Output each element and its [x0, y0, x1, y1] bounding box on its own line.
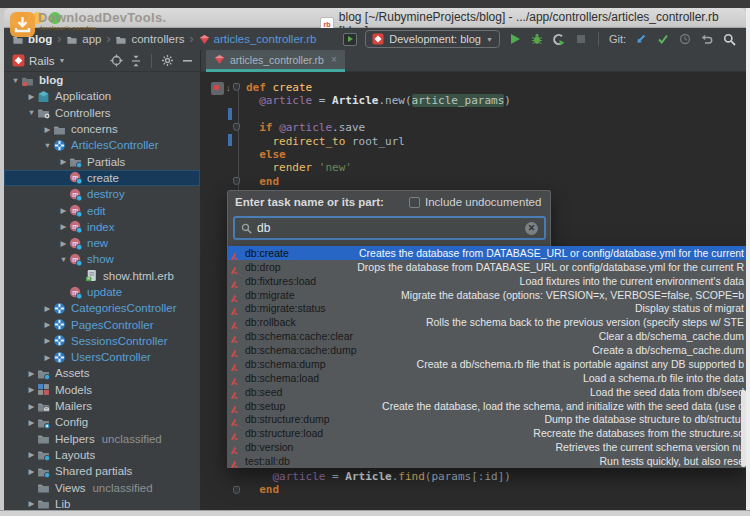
tree-item-partials[interactable]: ▶Partials: [4, 153, 200, 169]
task-row-db-rollback[interactable]: db:rollbackRolls the schema back to the …: [227, 315, 746, 329]
breadcrumb-item-app[interactable]: app: [66, 33, 101, 45]
project-view-selector[interactable]: Rails ▼: [12, 54, 66, 67]
task-row-db-version[interactable]: db:versionRetrieves the current schema v…: [227, 440, 746, 454]
include-undocumented-checkbox[interactable]: [409, 197, 420, 208]
tree-item-update[interactable]: mupdate: [4, 284, 200, 300]
hide-panel-icon[interactable]: [180, 54, 194, 68]
tree-expand-closed-icon[interactable]: ▶: [42, 353, 53, 362]
task-row-db-schema-cache-dump[interactable]: db:schema:cache:dumpCreate a db/schema_c…: [227, 343, 746, 357]
task-row-db-schema-cache-clear[interactable]: db:schema:cache:clearClear a db/schema_c…: [227, 329, 746, 343]
task-row-db-migrate[interactable]: db:migrateMigrate the database (options:…: [227, 288, 746, 302]
tree-expand-closed-icon[interactable]: ▶: [26, 418, 37, 427]
tree-expand-closed-icon[interactable]: ▶: [26, 450, 37, 459]
tree-item-userscontroller[interactable]: ▶UsersController: [4, 349, 200, 365]
tree-expand-open-icon[interactable]: ▼: [10, 76, 21, 85]
tree-item-label: Views: [55, 482, 85, 494]
tree-expand-open-icon[interactable]: ▼: [42, 141, 53, 150]
run-configuration-select[interactable]: Development: blog ▼: [365, 30, 500, 48]
fold-marker[interactable]: [233, 123, 240, 131]
tree-expand-closed-icon[interactable]: ▶: [42, 336, 53, 345]
gutter-run-icon[interactable]: [211, 82, 224, 95]
tree-item-views[interactable]: Viewsunclassified: [4, 479, 200, 495]
tree-expand-closed-icon[interactable]: ▶: [26, 467, 37, 476]
collapse-all-icon[interactable]: [129, 54, 143, 68]
tree-item-shared-partials[interactable]: ▶Shared partials: [4, 463, 200, 479]
tree-expand-closed-icon[interactable]: ▶: [26, 92, 37, 101]
history-clock-icon[interactable]: [678, 32, 692, 46]
task-row-db-setup[interactable]: db:setupCreate the database, load the sc…: [227, 399, 746, 413]
tree-item-label: Config: [55, 416, 88, 428]
tree-expand-closed-icon[interactable]: ▶: [26, 499, 37, 508]
tree-item-controllers[interactable]: ▼Controllers: [4, 105, 200, 121]
fold-marker[interactable]: [233, 486, 240, 494]
tree-item-helpers[interactable]: Helpersunclassified: [4, 431, 200, 447]
task-row-db-create[interactable]: db:createCreates the database from DATAB…: [227, 246, 746, 260]
task-search-input[interactable]: [257, 221, 525, 235]
tree-item-sessionscontroller[interactable]: ▶SessionsController: [4, 333, 200, 349]
task-row-db-seed[interactable]: db:seedLoad the seed data from db/seed: [227, 385, 746, 399]
rollback-icon[interactable]: [700, 32, 714, 46]
close-tab-icon[interactable]: ×: [331, 54, 337, 65]
code-token: find: [398, 470, 425, 483]
run-button[interactable]: [508, 32, 522, 46]
tree-expand-closed-icon[interactable]: ▶: [58, 222, 69, 231]
tree-item-blog[interactable]: ▼blog: [4, 72, 200, 88]
run-with-coverage-button[interactable]: [552, 32, 566, 46]
tree-item-new[interactable]: ▶mnew: [4, 235, 200, 251]
tree-item-articlescontroller[interactable]: ▼ArticlesController: [4, 137, 200, 153]
tree-expand-closed-icon[interactable]: ▶: [26, 385, 37, 394]
tree-expand-closed-icon[interactable]: ▶: [26, 369, 37, 378]
task-row-db-drop[interactable]: db:dropDrops the database from DATABASE_…: [227, 260, 746, 274]
tree-expand-closed-icon[interactable]: ▶: [42, 304, 53, 313]
tree-item-destroy[interactable]: mdestroy: [4, 186, 200, 202]
fold-marker[interactable]: [233, 177, 240, 185]
tree-item-create[interactable]: mcreate: [4, 170, 200, 186]
tree-item-config[interactable]: ▶Config: [4, 414, 200, 430]
tree-item-pagescontroller[interactable]: ▶PagesController: [4, 316, 200, 332]
tree-expand-closed-icon[interactable]: ▶: [42, 125, 53, 134]
tab-articles-controller[interactable]: articles_controller.rb ×: [206, 50, 345, 72]
tree-expand-closed-icon[interactable]: ▶: [58, 239, 69, 248]
breadcrumb-item-controllers[interactable]: controllers: [115, 33, 184, 45]
task-row-db-schema-dump[interactable]: db:schema:dumpCreate a db/schema.rb file…: [227, 357, 746, 371]
clear-search-icon[interactable]: ✕: [525, 222, 538, 235]
search-everywhere-icon[interactable]: [722, 32, 736, 46]
git-commit-icon[interactable]: [656, 32, 670, 46]
tree-item-assets[interactable]: ▶Assets: [4, 365, 200, 381]
tree-expand-closed-icon[interactable]: ▶: [26, 402, 37, 411]
breadcrumb-item-articles-controller-rb[interactable]: articles_controller.rb: [199, 33, 317, 45]
tree-item-label: Models: [55, 384, 92, 396]
locate-file-icon[interactable]: [109, 54, 123, 68]
tree-item-show-html-erb[interactable]: Rshow.html.erb: [4, 268, 200, 284]
settings-gear-icon[interactable]: [160, 54, 174, 68]
tree-item-edit[interactable]: ▶medit: [4, 202, 200, 218]
tree-item-concerns[interactable]: ▶concerns: [4, 121, 200, 137]
tree-expand-open-icon[interactable]: ▼: [26, 108, 37, 117]
task-row-db-schema-load[interactable]: db:schema:loadLoad a schema.rb file into…: [227, 371, 746, 385]
task-search-field[interactable]: ✕: [233, 216, 546, 240]
tree-item-index[interactable]: ▶mindex: [4, 219, 200, 235]
tree-item-show[interactable]: ▼mshow: [4, 251, 200, 267]
controller-icon: [53, 139, 66, 152]
stop-button[interactable]: [574, 32, 588, 46]
task-row-db-migrate-status[interactable]: db:migrate:statusDisplay status of migra…: [227, 302, 746, 316]
task-row-db-fixtures-load[interactable]: db:fixtures:loadLoad fixtures into the c…: [227, 274, 746, 288]
tree-item-categoriescontroller[interactable]: ▶CategoriesController: [4, 300, 200, 316]
tree-expand-open-icon[interactable]: ▼: [58, 255, 69, 264]
tree-item-lib[interactable]: ▶Lib: [4, 496, 200, 510]
tree-expand-closed-icon[interactable]: ▶: [58, 157, 69, 166]
debug-button[interactable]: [530, 32, 544, 46]
tree-item-mailers[interactable]: ▶Mailers: [4, 398, 200, 414]
tree-item-layouts[interactable]: ▶Layouts: [4, 447, 200, 463]
task-row-db-structure-dump[interactable]: db:structure:dumpDump the database struc…: [227, 413, 746, 427]
tree-expand-closed-icon[interactable]: ▶: [58, 206, 69, 215]
tree-item-models[interactable]: ▶Models: [4, 382, 200, 398]
fold-marker[interactable]: [233, 83, 240, 91]
tree-expand-closed-icon[interactable]: ▶: [42, 320, 53, 329]
code-token: [246, 470, 273, 483]
tree-item-application[interactable]: ▶Application: [4, 88, 200, 104]
git-update-icon[interactable]: [634, 32, 648, 46]
run-anything-icon[interactable]: [343, 33, 357, 46]
task-row-test-all-db[interactable]: test:all:dbRun tests quickly, but also r…: [227, 454, 746, 468]
task-row-db-structure-load[interactable]: db:structure:loadRecreate the databases …: [227, 426, 746, 440]
